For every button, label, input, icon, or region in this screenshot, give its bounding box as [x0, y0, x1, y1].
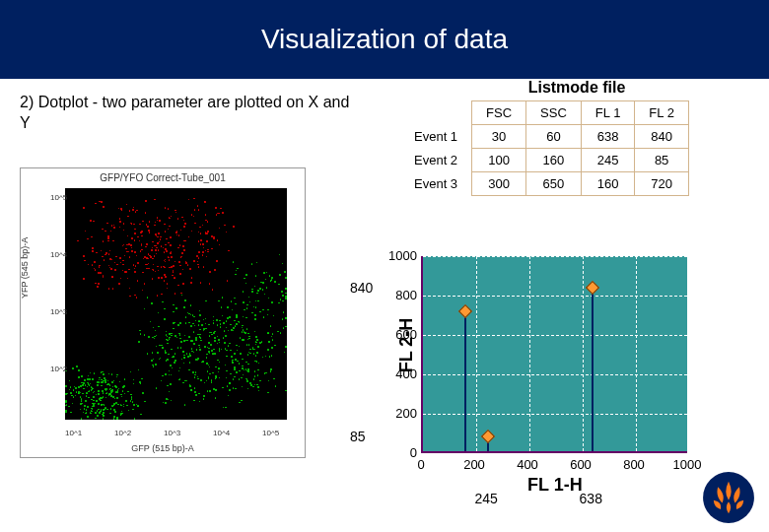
table-cell: 160: [526, 149, 582, 172]
table-row: Event 210016024585: [414, 149, 688, 172]
table-header: FSC: [472, 101, 526, 125]
table-header: [414, 101, 472, 125]
data-point: [586, 281, 599, 295]
scatter-x-tick: 10^4: [213, 429, 230, 437]
scatter-plot: [65, 188, 287, 420]
table-cell: 300: [472, 172, 526, 196]
scatter-x-tick: 10^1: [65, 429, 82, 437]
scatter-x-tick: 10^2: [114, 429, 131, 437]
scatter-y-tick: 10^2: [50, 365, 67, 373]
content-area: 2) Dotplot - two parameter are plotted o…: [0, 79, 769, 134]
chart-x-tick: 400: [517, 457, 538, 472]
flame-logo-icon: [702, 471, 755, 524]
listmode-table: FSCSSCFL 1FL 2 Event 13060638840Event 21…: [414, 100, 689, 196]
table-cell: 638: [581, 125, 635, 149]
page-title: Visualization of data: [261, 24, 508, 55]
table-cell: 30: [472, 125, 526, 149]
scatter-y-tick: 10^5: [50, 193, 67, 202]
table-cell: 100: [472, 149, 526, 172]
chart-y-tick: 200: [385, 406, 417, 421]
scatter-title: GFP/YFO Correct-Tube_001: [21, 172, 305, 183]
scatter-x-label: GFP (515 bp)-A: [131, 443, 193, 453]
scatter-y-tick: 10^3: [50, 307, 67, 316]
table-row: Event 13060638840: [414, 125, 688, 149]
data-point: [458, 304, 472, 318]
table-cell: 650: [526, 172, 582, 196]
table-row: Event 3300650160720: [414, 172, 688, 196]
x-annotation: 638: [580, 491, 602, 506]
dotplot-chart: FL 2-H FL 1-H 02004006008001000020040060…: [350, 256, 725, 522]
y-annotation: 840: [350, 280, 373, 296]
chart-y-tick: 400: [385, 366, 417, 381]
chart-y-tick: 1000: [385, 248, 417, 263]
table-cell: 245: [581, 149, 635, 172]
row-label: Event 3: [414, 172, 472, 196]
chart-x-label: FL 1-H: [527, 475, 583, 496]
table-header: FL 1: [581, 101, 635, 125]
y-annotation: 85: [350, 429, 366, 444]
table-title: Listmode file: [394, 79, 759, 97]
title-bar: Visualization of data: [0, 0, 769, 79]
chart-x-tick: 600: [570, 457, 592, 472]
chart-y-tick: 0: [385, 445, 417, 460]
chart-x-tick: 0: [417, 457, 424, 472]
table-header: SSC: [526, 101, 582, 125]
table-cell: 840: [635, 125, 689, 149]
table-cell: 720: [635, 172, 689, 196]
chart-x-tick: 200: [463, 457, 485, 472]
table-section: Listmode file FSCSSCFL 1FL 2 Event 13060…: [394, 79, 759, 196]
x-annotation: 245: [474, 491, 497, 506]
chart-x-tick: 1000: [673, 457, 702, 472]
table-header: FL 2: [635, 101, 689, 125]
scatter-x-tick: 10^5: [262, 429, 279, 437]
table-cell: 60: [526, 125, 582, 149]
chart-y-tick: 800: [385, 288, 417, 302]
row-label: Event 2: [414, 149, 472, 172]
subtitle-text: 2) Dotplot - two parameter are plotted o…: [20, 93, 355, 134]
data-point: [481, 430, 495, 443]
row-label: Event 1: [414, 125, 472, 149]
table-cell: 85: [635, 149, 689, 172]
scatter-y-tick: 10^4: [50, 250, 67, 259]
scatter-y-label: YFP (545 bp)-A: [20, 236, 30, 298]
scatter-x-tick: 10^3: [164, 429, 180, 437]
scatter-plot-panel: GFP/YFO Correct-Tube_001 YFP (545 bp)-A …: [20, 167, 306, 458]
chart-y-tick: 600: [385, 327, 417, 342]
chart-x-tick: 800: [623, 457, 645, 472]
chart-y-label: FL 2-H: [396, 318, 417, 373]
table-cell: 160: [581, 172, 635, 196]
